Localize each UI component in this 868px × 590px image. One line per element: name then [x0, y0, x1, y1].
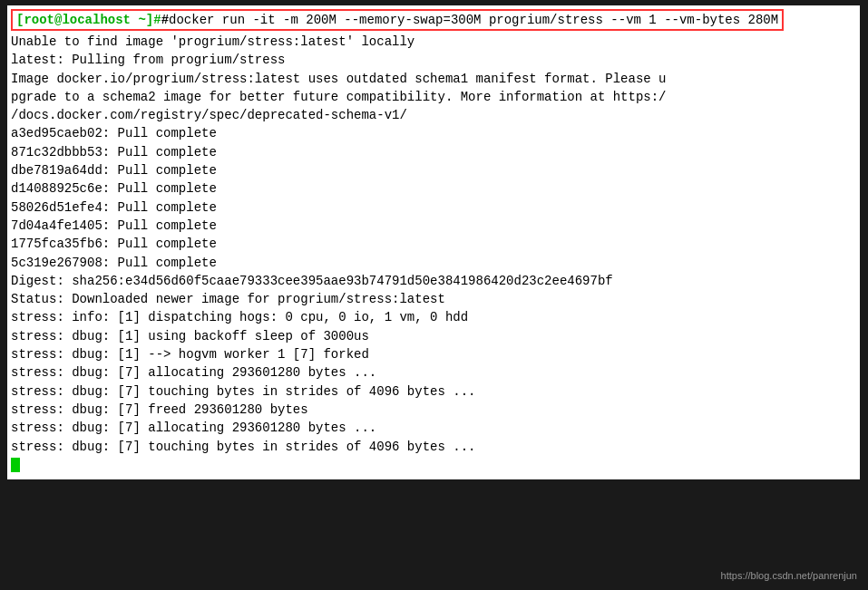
output-line: Image docker.io/progrium/stress:latest u…: [11, 70, 856, 88]
command-input-line: [root@localhost ~]##docker run -it -m 20…: [13, 11, 782, 29]
output-line: stress: dbug: [7] touching bytes in stri…: [11, 438, 856, 456]
watermark: https://blog.csdn.net/panrenjun: [721, 570, 857, 581]
output-line: 58026d51efe4: Pull complete: [11, 198, 856, 217]
hash-symbol: #: [161, 13, 169, 27]
output-line: stress: dbug: [1] --> hogvm worker 1 [7]…: [11, 345, 856, 363]
output-line: stress: dbug: [7] touching bytes in stri…: [11, 382, 856, 401]
output-line: stress: info: [1] dispatching hogs: 0 cp…: [11, 308, 856, 326]
terminal-output: Unable to find image 'progrium/stress:la…: [11, 33, 856, 474]
output-line: latest: Pulling from progrium/stress: [11, 51, 856, 69]
output-line: d14088925c6e: Pull complete: [11, 179, 856, 198]
command-text: docker run -it -m 200M --memory-swap=300…: [169, 13, 778, 27]
terminal-window: [root@localhost ~]##docker run -it -m 20…: [0, 0, 868, 590]
prompt: [root@localhost ~]#: [16, 13, 161, 27]
terminal-cursor: [11, 458, 20, 472]
cursor-line: [11, 456, 856, 474]
output-line: pgrade to a schema2 image for better fut…: [11, 88, 856, 106]
output-line: 871c32dbbb53: Pull complete: [11, 143, 856, 161]
output-line: stress: dbug: [7] allocating 293601280 b…: [11, 419, 856, 437]
output-line: stress: dbug: [7] freed 293601280 bytes: [11, 401, 856, 419]
output-line: Digest: sha256:e34d56d60f5caae79333cee39…: [11, 272, 856, 290]
output-line: dbe7819a64dd: Pull complete: [11, 161, 856, 179]
output-line: 1775fca35fb6: Pull complete: [11, 235, 856, 253]
output-line: 7d04a4fe1405: Pull complete: [11, 217, 856, 235]
output-line: 5c319e267908: Pull complete: [11, 254, 856, 272]
output-line: stress: dbug: [7] allocating 293601280 b…: [11, 363, 856, 382]
output-line: /docs.docker.com/registry/spec/deprecate…: [11, 106, 856, 124]
output-line: a3ed95caeb02: Pull complete: [11, 124, 856, 142]
output-line: Unable to find image 'progrium/stress:la…: [11, 33, 856, 51]
output-line: Status: Downloaded newer image for progr…: [11, 290, 856, 308]
output-line: stress: dbug: [1] using backoff sleep of…: [11, 327, 856, 345]
